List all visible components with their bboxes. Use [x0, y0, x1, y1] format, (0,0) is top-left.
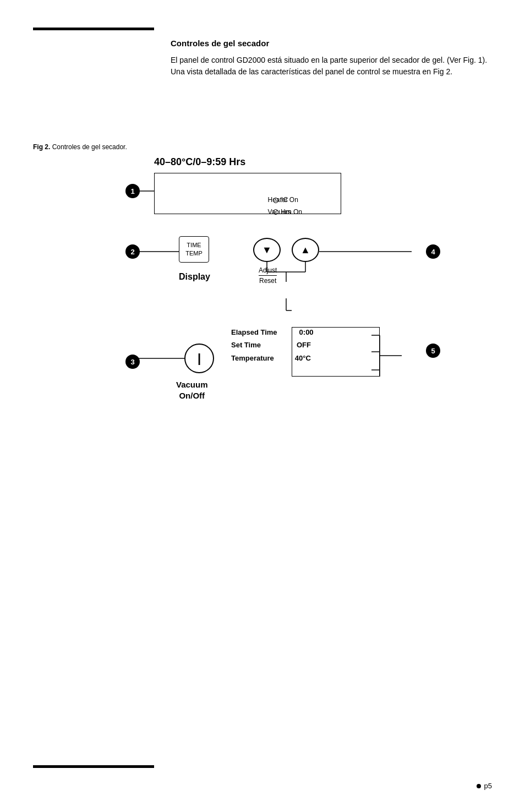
adjust-reset-area: Adjust Reset — [259, 266, 277, 285]
number-5-badge: 5 — [426, 344, 440, 358]
diagram: 40–80°C/0–9:59 Hrs °C Hrs Heater On — [44, 156, 473, 465]
vacuum-on-label: Vacuum On — [268, 206, 302, 219]
top-decorative-bar — [33, 28, 154, 30]
page: Controles de gel secador El panel de con… — [0, 0, 525, 812]
vacuum-power-icon: | — [198, 351, 201, 366]
elapsed-time-label: Elapsed Time — [231, 326, 277, 339]
adjust-label: Adjust — [259, 266, 277, 274]
fig-caption: Fig 2. Controles de gel secador. — [33, 143, 484, 151]
arrow-up-icon: ▲ — [300, 244, 310, 256]
temperature-label: Temperature — [231, 352, 274, 364]
page-number-label: p5 — [484, 782, 492, 790]
time-label: TIME — [187, 241, 201, 249]
page-dot-icon — [477, 784, 481, 788]
reset-label: Reset — [259, 277, 276, 285]
time-temp-button[interactable]: TIME TEMP — [179, 236, 209, 263]
range-display: 40–80°C/0–9:59 Hrs — [154, 156, 245, 168]
heater-on-label: Heater On — [268, 194, 302, 206]
vacuum-label-line2: On/Off — [176, 390, 208, 401]
status-box — [292, 327, 380, 377]
set-time-label: Set Time — [231, 339, 261, 351]
indicators-right: Heater On Vacuum On — [268, 194, 302, 218]
page-number-area: p5 — [477, 782, 492, 790]
temp-label: TEMP — [185, 249, 203, 258]
bottom-decorative-bar — [33, 765, 154, 768]
vacuum-label: Vacuum On/Off — [176, 379, 208, 401]
arrow-up-button[interactable]: ▲ — [292, 238, 319, 262]
content-area: Controles de gel secador El panel de con… — [171, 39, 490, 78]
arrow-down-icon: ▼ — [262, 244, 272, 256]
number-1-badge: 1 — [125, 184, 140, 198]
fig-caption-bold: Fig 2. — [33, 143, 50, 151]
arrow-down-button[interactable]: ▼ — [253, 238, 281, 262]
number-4-badge: 4 — [426, 244, 440, 259]
display-label: Display — [179, 272, 210, 282]
section-body: El panel de control GD2000 está situado … — [171, 55, 490, 78]
figure-area: Fig 2. Controles de gel secador. — [33, 143, 484, 465]
number-3-badge: 3 — [125, 355, 140, 369]
number-2-badge: 2 — [125, 244, 140, 259]
vacuum-button[interactable]: | — [184, 344, 214, 373]
vacuum-label-line1: Vacuum — [176, 379, 208, 390]
display-panel: °C Hrs Heater On Vacuum On — [154, 173, 341, 214]
fig-caption-text: Controles de gel secador. — [52, 143, 127, 151]
section-title: Controles de gel secador — [171, 39, 490, 48]
